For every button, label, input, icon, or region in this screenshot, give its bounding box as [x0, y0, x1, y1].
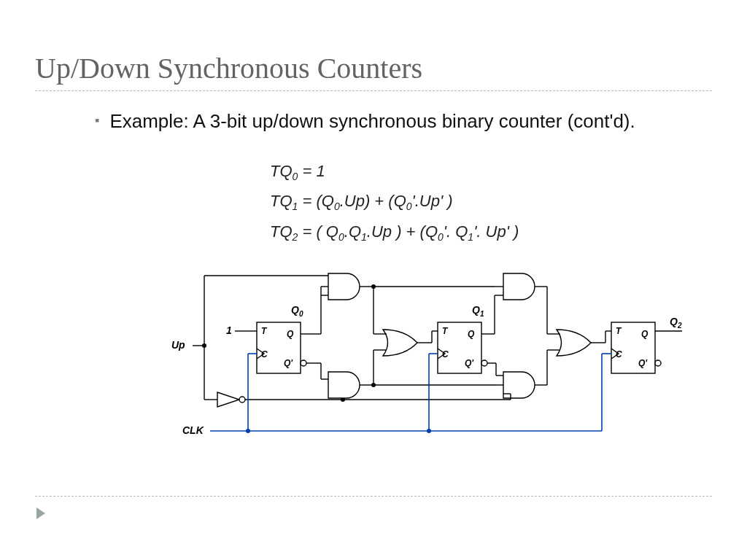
- or-gate-1: [383, 330, 417, 356]
- svg-text:C: C: [261, 349, 268, 359]
- svg-text:Q: Q: [468, 329, 475, 339]
- svg-text:Q2: Q2: [670, 316, 682, 330]
- eq-tq1: TQ1 = (Q0.Up) + (Q0'.Up' ): [270, 189, 519, 219]
- svg-text:Q': Q': [638, 358, 648, 368]
- and-gate-top-1: [328, 273, 360, 300]
- counter-diagram: Up 1 T Q C Q' Q0: [117, 262, 715, 467]
- flipflop-1: T Q C Q': [438, 322, 487, 373]
- and-gate-bot-1: [328, 372, 360, 398]
- svg-text:Q: Q: [641, 329, 649, 339]
- bullet-text: Example: A 3-bit up/down synchronous bin…: [109, 109, 635, 133]
- svg-point-69: [655, 360, 661, 366]
- bullet-icon: ▪: [95, 109, 99, 131]
- svg-point-14: [301, 360, 306, 366]
- svg-text:Q0: Q0: [291, 304, 303, 318]
- footer-divider: [35, 496, 712, 497]
- label-one: 1: [226, 324, 232, 336]
- title-divider: [35, 90, 712, 91]
- label-clk: CLK: [182, 424, 204, 436]
- flipflop-0: T Q C Q': [257, 322, 306, 373]
- and-gate-top-2: [503, 273, 535, 300]
- svg-text:Q': Q': [465, 358, 474, 368]
- equations: TQ0 = 1 TQ1 = (Q0.Up) + (Q0'.Up' ) TQ2 =…: [270, 159, 519, 249]
- flipflop-2: T Q C Q': [611, 322, 661, 373]
- label-up: Up: [171, 339, 185, 351]
- svg-text:C: C: [616, 349, 622, 359]
- svg-text:C: C: [442, 349, 449, 359]
- svg-text:Q: Q: [287, 329, 294, 339]
- svg-point-78: [427, 429, 431, 433]
- svg-text:Q': Q': [284, 358, 293, 368]
- not-gate: [217, 392, 245, 407]
- eq-tq2: TQ2 = ( Q0.Q1.Up ) + (Q0'. Q1'. Up' ): [270, 219, 519, 249]
- body-text: ▪ Example: A 3-bit up/down synchronous b…: [95, 109, 678, 133]
- svg-point-43: [481, 360, 487, 366]
- svg-text:Q1: Q1: [472, 304, 484, 318]
- svg-point-75: [246, 429, 250, 433]
- next-arrow-icon: [35, 506, 50, 521]
- svg-point-3: [239, 397, 245, 402]
- slide-title: Up/Down Synchronous Counters: [35, 51, 422, 85]
- eq-tq0: TQ0 = 1: [270, 159, 519, 189]
- or-gate-2: [557, 330, 591, 356]
